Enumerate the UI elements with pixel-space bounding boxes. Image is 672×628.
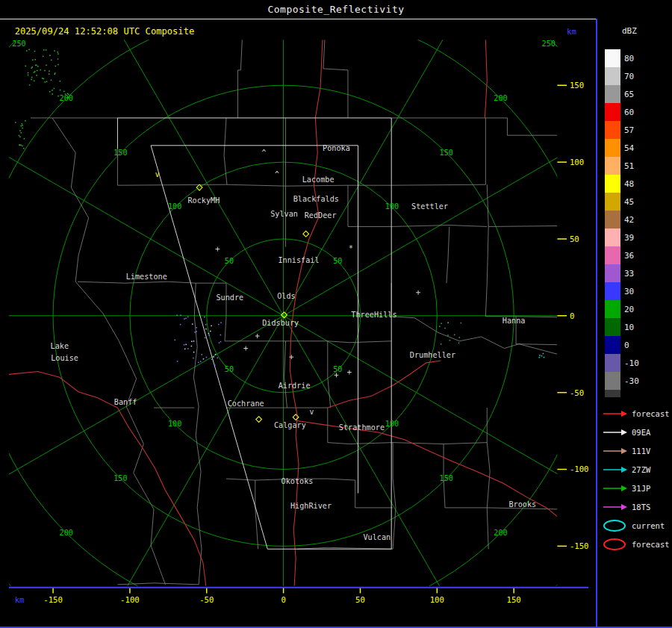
echo-speckle bbox=[461, 323, 462, 324]
radar-site-marker bbox=[256, 417, 262, 423]
track-legend: forecast09EA111V27ZW31JP18TScurrentforec… bbox=[602, 404, 670, 553]
km-unit-bottom: km bbox=[15, 595, 25, 605]
echo-speckle bbox=[441, 343, 442, 345]
echo-speckle bbox=[220, 335, 222, 336]
ellipse-outline bbox=[604, 520, 625, 531]
echo-speckle bbox=[63, 91, 65, 93]
echo-speckle bbox=[206, 357, 208, 358]
echo-speckle bbox=[19, 136, 21, 137]
dbz-value-label: 42 bbox=[624, 215, 634, 225]
echo-speckle bbox=[28, 75, 29, 76]
dbz-value-label: 80 bbox=[624, 54, 634, 63]
x-axis-tick-label: -50 bbox=[199, 595, 214, 605]
range-ring-label: 150 bbox=[113, 149, 127, 157]
track-label: 111V bbox=[632, 447, 650, 456]
echo-speckle bbox=[184, 318, 185, 320]
dbz-color-swatch bbox=[605, 228, 620, 246]
dbz-color-swatch bbox=[605, 282, 620, 300]
dbz-scale-row: 39 bbox=[605, 228, 639, 246]
legend-sidebar: dBZ 807065605754514845423936333020100-10… bbox=[597, 19, 672, 628]
range-ring-label: 50 bbox=[225, 257, 234, 265]
track-legend-item: 18TS bbox=[602, 497, 670, 516]
echo-speckle bbox=[217, 357, 219, 358]
track-ellipse-icon bbox=[602, 519, 629, 532]
track-legend-item: forecast bbox=[602, 404, 670, 423]
azimuth-line bbox=[284, 316, 491, 628]
echo-speckle bbox=[28, 72, 29, 74]
asterisk-marker: * bbox=[349, 244, 353, 252]
echo-speckle bbox=[26, 50, 28, 52]
track-label: 09EA bbox=[632, 428, 650, 437]
echo-speckle bbox=[43, 56, 44, 57]
range-ring-label: 150 bbox=[440, 149, 453, 157]
county-boundary bbox=[284, 341, 287, 408]
timestamp: 2025/09/24 12:52:08 UTC Composite bbox=[15, 26, 195, 37]
dbz-scale-row: 60 bbox=[605, 103, 639, 121]
echo-speckle bbox=[205, 329, 207, 330]
range-ring-label: 200 bbox=[494, 529, 507, 537]
county-boundary bbox=[78, 282, 226, 283]
y-axis-tick-label: 150 bbox=[570, 81, 584, 90]
x-axis-tick-label: 50 bbox=[355, 595, 365, 605]
county-boundary bbox=[117, 583, 199, 585]
county-boundary bbox=[445, 508, 557, 509]
county-boundary bbox=[225, 341, 391, 343]
echo-speckle bbox=[447, 323, 449, 324]
county-boundary bbox=[75, 282, 165, 585]
city-label: Blackfalds bbox=[293, 195, 339, 203]
echo-speckle bbox=[28, 49, 30, 51]
city-label: Didsbury bbox=[262, 319, 299, 327]
echo-speckle bbox=[196, 327, 197, 329]
range-ring-label: 200 bbox=[494, 94, 507, 102]
dbz-value-label: 39 bbox=[624, 233, 634, 243]
city-label: Brooks bbox=[508, 500, 536, 509]
point-marker bbox=[347, 370, 352, 375]
city-label: Calgary bbox=[274, 421, 306, 429]
city-label: Drumheller bbox=[410, 351, 455, 359]
x-axis-tick-label: -100 bbox=[120, 595, 140, 605]
dbz-scale-row: 54 bbox=[605, 139, 639, 157]
echo-speckle bbox=[43, 78, 44, 80]
echo-speckle bbox=[49, 55, 51, 56]
map-region[interactable]: 5050505010010010010015015015015020020020… bbox=[0, 19, 597, 628]
range-ring-label: 50 bbox=[333, 365, 342, 373]
echo-speckle bbox=[49, 73, 50, 75]
echo-speckle bbox=[192, 323, 193, 325]
echo-speckle bbox=[459, 337, 461, 338]
dbz-value-label: 65 bbox=[624, 90, 634, 99]
dbz-scale-row: 36 bbox=[605, 246, 639, 264]
echo-speckle bbox=[539, 355, 541, 356]
dbz-value-label: 48 bbox=[624, 179, 634, 189]
echo-speckle bbox=[219, 342, 220, 343]
county-boundary bbox=[323, 40, 348, 118]
track-label: current bbox=[632, 521, 665, 530]
echo-speckle bbox=[203, 358, 205, 360]
range-ring-label: 250 bbox=[542, 40, 556, 48]
range-ring-label: 100 bbox=[385, 202, 399, 211]
x-axis-tick-label: 100 bbox=[430, 595, 444, 605]
dbz-scale-row: 57 bbox=[605, 121, 639, 139]
echo-speckle bbox=[57, 52, 58, 53]
county-boundary bbox=[328, 341, 331, 408]
radar-map[interactable]: 5050505010010010010015015015015020020020… bbox=[0, 19, 597, 628]
y-axis-tick-label: 50 bbox=[570, 234, 579, 244]
dbz-scale-row bbox=[605, 390, 639, 397]
echo-speckle bbox=[21, 132, 22, 134]
dbz-color-swatch bbox=[605, 193, 620, 211]
radar-coverage-outline bbox=[117, 118, 391, 549]
track-arrow-icon bbox=[602, 482, 629, 495]
track-arrow-icon bbox=[602, 407, 629, 420]
echo-speckle bbox=[51, 79, 52, 81]
echo-speckle bbox=[40, 69, 41, 71]
dbz-color-swatch bbox=[605, 121, 620, 139]
echo-speckle bbox=[541, 355, 543, 357]
dbz-color-scale: 807065605754514845423936333020100-10-30 bbox=[605, 49, 639, 397]
track-label: 31JP bbox=[632, 484, 650, 493]
dbz-color-swatch bbox=[605, 336, 620, 354]
track-label: forecast bbox=[632, 540, 670, 549]
dbz-value-label: 36 bbox=[624, 251, 634, 261]
point-marker bbox=[243, 346, 248, 351]
echo-speckle bbox=[49, 91, 51, 93]
dbz-color-swatch bbox=[605, 49, 620, 67]
highway-line bbox=[485, 40, 487, 118]
